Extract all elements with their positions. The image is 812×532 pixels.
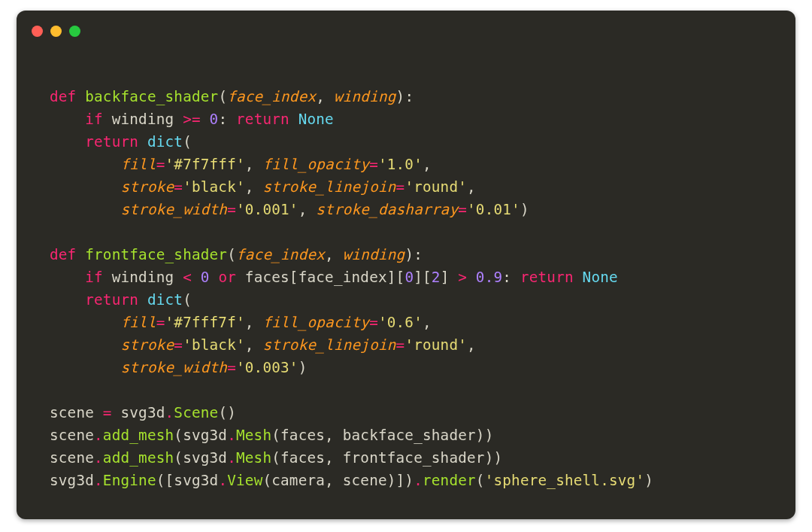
op: . xyxy=(227,427,236,444)
comma: , xyxy=(325,246,343,263)
string: '0.003' xyxy=(236,359,298,376)
window-controls xyxy=(32,26,80,37)
param: face_index xyxy=(227,88,316,105)
var: scene xyxy=(50,449,94,467)
builtin-none: None xyxy=(574,269,618,286)
args: (faces, backface_shader)) xyxy=(271,427,493,444)
comma: , xyxy=(245,178,263,196)
call: render xyxy=(423,472,476,489)
builtin-none: None xyxy=(289,111,334,128)
string: 'round' xyxy=(404,336,467,354)
kwarg: fill_opacity xyxy=(262,314,369,331)
call: Mesh xyxy=(236,427,271,444)
module: svg3d xyxy=(183,449,227,467)
string: '0.001' xyxy=(236,201,298,218)
comma: , xyxy=(245,314,263,331)
bracket: ] xyxy=(441,269,459,286)
paren: ) xyxy=(520,201,529,218)
param: winding xyxy=(334,88,396,105)
zoom-icon[interactable] xyxy=(69,26,80,37)
num: 0.9 xyxy=(467,269,502,286)
var: scene xyxy=(50,404,103,421)
op: = xyxy=(156,314,165,331)
kwarg: stroke_linejoin xyxy=(262,178,395,196)
op: = xyxy=(369,156,378,173)
kwarg: fill xyxy=(120,314,156,331)
space xyxy=(138,133,147,150)
paren: ( xyxy=(174,427,183,444)
comma: , xyxy=(298,201,317,218)
paren: ( xyxy=(183,133,192,150)
op: = xyxy=(396,178,405,196)
space xyxy=(138,291,147,309)
call: Mesh xyxy=(236,449,271,467)
op: = xyxy=(156,156,165,173)
close-icon[interactable] xyxy=(32,26,43,37)
var: scene xyxy=(50,427,94,444)
kwarg: stroke_linejoin xyxy=(262,336,395,354)
kwarg: stroke_width xyxy=(120,359,227,376)
op: = xyxy=(458,201,467,218)
paren: ( xyxy=(183,291,192,309)
param: winding xyxy=(343,246,405,263)
colon: : xyxy=(218,111,236,128)
string: '1.0' xyxy=(378,156,423,173)
op: > xyxy=(458,269,467,286)
string: 'black' xyxy=(183,336,245,354)
op: = xyxy=(227,359,236,376)
op: . xyxy=(227,449,236,467)
paren: () xyxy=(218,404,236,421)
paren: ( xyxy=(227,246,236,263)
num: 0 xyxy=(192,269,218,286)
paren: ([ xyxy=(156,472,174,489)
op: . xyxy=(165,404,174,421)
string: '0.01' xyxy=(467,201,520,218)
string: 'black' xyxy=(183,178,245,196)
code-block: def backface_shader(face_index, winding)… xyxy=(50,86,777,492)
module: svg3d xyxy=(183,427,227,444)
op: = xyxy=(103,404,112,421)
kw-if: if xyxy=(85,111,103,128)
kw-return: return xyxy=(85,291,138,309)
call: add_mesh xyxy=(103,427,174,444)
builtin-dict: dict xyxy=(147,133,183,150)
op: = xyxy=(174,178,183,196)
string: '0.6' xyxy=(378,314,423,331)
kwarg: stroke xyxy=(120,178,174,196)
num: 2 xyxy=(432,269,441,286)
call: Engine xyxy=(103,472,156,489)
kw-return: return xyxy=(236,111,289,128)
op: < xyxy=(183,269,192,286)
string: 'sphere_shell.svg' xyxy=(485,472,645,489)
kw-if: if xyxy=(85,269,103,286)
paren: ( xyxy=(476,472,485,489)
string: 'round' xyxy=(404,178,467,196)
paren: ) xyxy=(298,359,308,376)
minimize-icon[interactable] xyxy=(50,26,62,37)
comma: , xyxy=(245,156,263,173)
code-window: def backface_shader(face_index, winding)… xyxy=(17,11,795,519)
var: winding xyxy=(103,269,183,286)
kwarg: stroke_dasharray xyxy=(316,201,458,218)
paren: ): xyxy=(396,88,414,105)
comma: , xyxy=(467,178,476,196)
op: = xyxy=(174,336,183,354)
paren: ( xyxy=(174,449,183,467)
comma: , xyxy=(245,336,263,354)
kw-or: or xyxy=(218,269,236,286)
args: (camera, scene)]) xyxy=(262,472,414,489)
colon: : xyxy=(502,269,520,286)
paren: ): xyxy=(404,246,423,263)
op: . xyxy=(94,449,103,467)
string: '#7f7fff' xyxy=(165,156,245,173)
fn-name: backface_shader xyxy=(85,88,218,105)
comma: , xyxy=(423,156,432,173)
op: . xyxy=(94,472,103,489)
op: = xyxy=(227,201,236,218)
args: (faces, frontface_shader)) xyxy=(271,449,502,467)
comma: , xyxy=(467,336,476,354)
string: '#7fff7f' xyxy=(165,314,245,331)
module: svg3d xyxy=(174,472,218,489)
kwarg: fill xyxy=(120,156,156,173)
kw-return: return xyxy=(85,133,138,150)
